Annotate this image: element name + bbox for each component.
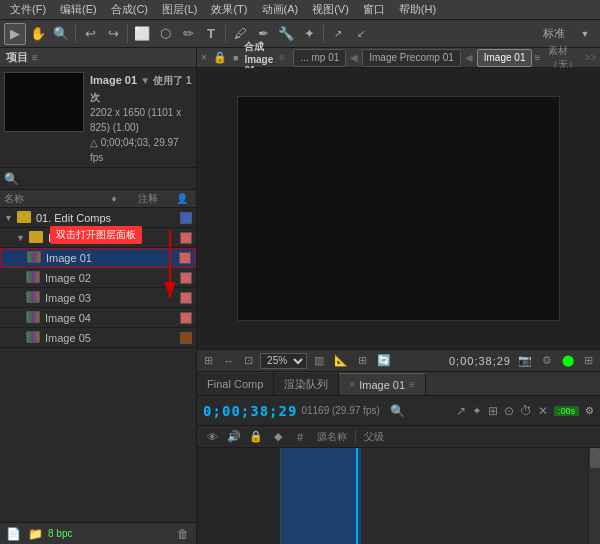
panel-options-btn[interactable]: ≡ (534, 52, 540, 63)
tl-settings-icon[interactable]: ⚙ (585, 405, 594, 416)
lock-icon: 🔒 (213, 51, 227, 64)
viewer-camera-btn[interactable]: 📷 (515, 354, 535, 367)
left-bottom-bar: 📄 📁 8 bpc 🗑 (0, 522, 196, 544)
tree-item-edit-comps[interactable]: ▼ 01. Edit Comps (0, 208, 196, 228)
tl-scrollbar-vertical[interactable] (588, 448, 600, 544)
menu-edit[interactable]: 编辑(E) (54, 1, 103, 18)
tree-item-image02[interactable]: Image 02 (0, 268, 196, 288)
color-swatch-img02 (180, 272, 192, 284)
preview-thumbnail (4, 72, 84, 132)
viewer-settings-btn[interactable]: ⚙ (539, 354, 555, 367)
viewer-ctrl-guides[interactable]: ⊞ (355, 354, 370, 367)
viewer-ctrl-1[interactable]: ⊞ (201, 354, 216, 367)
color-swatch-img04 (180, 312, 192, 324)
menu-comp[interactable]: 合成(C) (105, 1, 154, 18)
tool-text[interactable]: T (200, 23, 222, 45)
tl-eye-btn[interactable]: 👁 (203, 428, 221, 446)
menu-help[interactable]: 帮助(H) (393, 1, 442, 18)
tl-scrollbar-thumb[interactable] (590, 448, 600, 468)
tl-sparkle-icon[interactable]: ✦ (472, 404, 482, 418)
viewer-ctrl-ruler[interactable]: 📐 (331, 354, 351, 367)
tool-zoom[interactable]: 🔍 (50, 23, 72, 45)
search-input[interactable] (23, 173, 192, 184)
tl-layers-icon[interactable]: ⊞ (488, 404, 498, 418)
tl-arrow-icon[interactable]: ↗ (456, 404, 466, 418)
comp-tab-mp01[interactable]: ... mp 01 (293, 49, 346, 67)
tool-shape[interactable]: ⬡ (154, 23, 176, 45)
viewer-channels-btn[interactable]: ⊞ (581, 354, 596, 367)
viewer-color-btn[interactable]: ⬤ (559, 354, 577, 367)
tl-right-icons: ↗ ✦ ⊞ ⊙ ⏱ ✕ :00s ⚙ (456, 404, 594, 418)
tl-clock-icon[interactable]: ⏱ (520, 404, 532, 418)
tl-search-icon[interactable]: 🔍 (390, 404, 405, 418)
viewer-ctrl-snap[interactable]: 🔄 (374, 354, 394, 367)
folder-icon (17, 211, 31, 225)
viewer-timecode: 0;00;38;29 (449, 355, 511, 367)
viewer-right-icons: 📷 ⚙ ⬤ ⊞ (515, 354, 596, 367)
folder-label: 01. Edit Comps (36, 212, 114, 224)
comp-tab-image01[interactable]: Image 01 (477, 49, 533, 67)
tl-0s-marker[interactable]: :00s (554, 406, 579, 416)
tl-marker-btn[interactable]: ◆ (269, 428, 287, 446)
panel-menu-icon[interactable]: ≡ (32, 52, 38, 63)
toolbar: ▶ ✋ 🔍 ↩ ↪ ⬜ ⬡ ✏ T 🖊 ✒ 🔧 ✦ ↗ ↙ 标准 ▼ (0, 20, 600, 48)
tool-a[interactable]: ↗ (327, 23, 349, 45)
tl-tab-image01[interactable]: × Image 01 ≡ (339, 373, 426, 395)
menu-view[interactable]: 视图(V) (306, 1, 355, 18)
tree-item-images[interactable]: ▼ Images (0, 228, 196, 248)
timeline-section: Final Comp 渲染队列 × Image 01 ≡ 0;00;38;29 … (197, 372, 600, 544)
preview-filename: Image 01 ▼ 使用了 1 次 (90, 72, 192, 105)
preview-area: Image 01 ▼ 使用了 1 次 2202 x 1650 (1101 x 8… (0, 68, 196, 168)
menu-animation[interactable]: 动画(A) (256, 1, 305, 18)
tool-rect[interactable]: ⬜ (131, 23, 153, 45)
folder-label-images: Images (48, 232, 114, 244)
tl-track-area[interactable] (197, 448, 600, 544)
viewer-ctrl-2[interactable]: ↔ (220, 355, 237, 367)
workspace-menu[interactable]: ▼ (574, 23, 596, 45)
viewer-ctrl-grid[interactable]: ▥ (311, 354, 327, 367)
image-icon-01 (27, 251, 41, 265)
tree-item-image04[interactable]: Image 04 (0, 308, 196, 328)
viewer-controls: ⊞ ↔ ⊡ 25% ▥ 📐 ⊞ 🔄 0;00;38;29 📷 ⚙ ⬤ ⊞ (197, 350, 600, 372)
tab-arrow-1: ◀ (350, 52, 358, 63)
menu-file[interactable]: 文件(F) (4, 1, 52, 18)
tl-audio-btn[interactable]: 🔊 (225, 428, 243, 446)
asset-expand-icon[interactable]: >> (584, 52, 596, 63)
tree-item-image03[interactable]: Image 03 (0, 288, 196, 308)
tl-hash-btn[interactable]: # (291, 428, 309, 446)
tool-eraser[interactable]: 🔧 (275, 23, 297, 45)
delete-btn[interactable]: 🗑 (174, 525, 192, 543)
tree-col-notes: 注释 (128, 192, 168, 206)
main-layout: 项目 ≡ Image 01 ▼ 使用了 1 次 2202 x 1650 (110… (0, 48, 600, 544)
tool-puppet[interactable]: ✦ (298, 23, 320, 45)
panel-close-icon[interactable]: × (201, 52, 207, 63)
menu-window[interactable]: 窗口 (357, 1, 391, 18)
tl-lock-btn[interactable]: 🔒 (247, 428, 265, 446)
tree-item-image05[interactable]: Image 05 (0, 328, 196, 348)
tl-tab-render-queue[interactable]: 渲染队列 (274, 373, 339, 395)
tl-circle-icon[interactable]: ⊙ (504, 404, 514, 418)
tree-header: 名称 ♦ 注释 👤 (0, 190, 196, 208)
tl-tab-close-icon[interactable]: × (349, 379, 355, 390)
tl-x-icon[interactable]: ✕ (538, 404, 548, 418)
menu-layer[interactable]: 图层(L) (156, 1, 203, 18)
expand-arrow-images: ▼ (16, 233, 25, 243)
color-swatch-img03 (180, 292, 192, 304)
comp-tab-precomp[interactable]: Image Precomp 01 (362, 49, 461, 67)
project-panel-header: 项目 ≡ (0, 48, 196, 68)
zoom-select[interactable]: 25% (260, 353, 307, 369)
tool-select[interactable]: ▶ (4, 23, 26, 45)
tool-pen[interactable]: ✏ (177, 23, 199, 45)
tool-redo[interactable]: ↪ (102, 23, 124, 45)
new-folder-btn[interactable]: 📁 (26, 525, 44, 543)
tl-tab-eq-icon: ≡ (409, 379, 415, 390)
tree-item-image01[interactable]: Image 01 (0, 248, 196, 268)
menu-effect[interactable]: 效果(T) (205, 1, 253, 18)
tl-blue-bar (281, 448, 361, 544)
tl-tab-final-comp[interactable]: Final Comp (197, 373, 274, 395)
new-item-btn[interactable]: 📄 (4, 525, 22, 543)
tool-undo[interactable]: ↩ (79, 23, 101, 45)
viewer-ctrl-fit[interactable]: ⊡ (241, 354, 256, 367)
tool-hand[interactable]: ✋ (27, 23, 49, 45)
tool-b[interactable]: ↙ (350, 23, 372, 45)
